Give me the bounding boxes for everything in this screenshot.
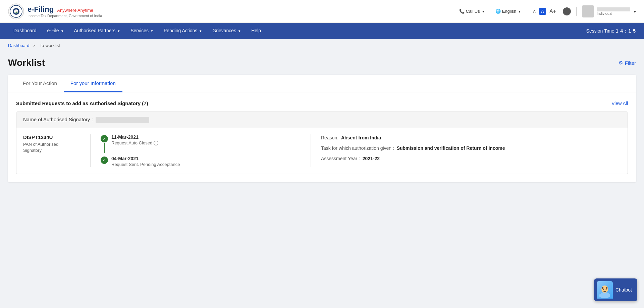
logo-tagline: Anywhere Anytime [57, 8, 93, 13]
signatory-header-label: Name of Authorised Signatory : [23, 117, 93, 122]
nav-item-efile[interactable]: e-File [42, 23, 69, 39]
language-chevron [518, 9, 521, 14]
filter-icon: ⚙ [619, 60, 623, 66]
font-medium-button[interactable]: A [539, 8, 546, 15]
breadcrumb-current: fo-worklist [40, 43, 60, 48]
timeline-status-text-2: Request Sent. Pending Acceptance [111, 162, 180, 167]
signatory-body: DISPT1234U PAN of Authorised Signatory ✓ [16, 128, 628, 174]
task-label: Task for which authorization given : [321, 145, 394, 151]
view-all-link[interactable]: View All [611, 101, 628, 106]
nav-services-label: Services [130, 28, 149, 33]
signatory-pan-section: DISPT1234U PAN of Authorised Signatory [23, 134, 90, 167]
logo-efiling: e-Filing Anywhere Anytime [28, 5, 102, 14]
divider-1 [490, 7, 490, 16]
signatory-card: Name of Authorised Signatory : DISPT1234… [16, 112, 628, 174]
call-us-chevron [481, 9, 484, 14]
timeline-connector-1 [104, 143, 105, 153]
header: 🇮🇳 e-Filing Anywhere Anytime Income Tax … [0, 0, 644, 23]
timeline-content-1: 11-Mar-2021 Request Auto Closed i [111, 134, 158, 145]
page-header: Worklist ⚙ Filter [8, 57, 636, 68]
font-small-button[interactable]: A [532, 9, 537, 14]
ay-value: 2021-22 [363, 156, 380, 161]
breadcrumb: Dashboard > fo-worklist [0, 39, 644, 52]
phone-icon: 📞 [459, 9, 465, 14]
nav-grievances-chevron [237, 28, 240, 33]
filter-label: Filter [625, 60, 636, 66]
call-us-label: Call Us [466, 9, 480, 14]
timeline-date-2: 04-Mar-2021 [111, 156, 180, 161]
logo-area: 🇮🇳 e-Filing Anywhere Anytime Income Tax … [8, 3, 102, 19]
task-value: Submission and verification of Return of… [397, 145, 505, 151]
session-time: Session Time 1 4 : 1 5 [586, 28, 636, 34]
tabs: For Your Action For your Information [8, 75, 636, 92]
language-label: English [502, 9, 517, 14]
font-controls: A A A+ [532, 8, 557, 15]
reason-label: Reason: [321, 135, 338, 140]
signatory-timeline: ✓ 11-Mar-2021 Request Auto Closed i [90, 134, 311, 167]
tab-content: Submitted Requests to add as Authorised … [8, 92, 636, 182]
tab-your-action-label: For Your Action [23, 80, 57, 86]
main-content: Worklist ⚙ Filter For Your Action For yo… [0, 52, 644, 195]
language-button[interactable]: 🌐 English [495, 9, 521, 14]
contrast-button[interactable] [563, 7, 571, 15]
info-icon-1[interactable]: i [154, 141, 158, 145]
timeline-check-icon-1: ✓ [101, 135, 108, 142]
tab-for-your-action[interactable]: For Your Action [16, 75, 64, 92]
divider-2 [526, 7, 526, 16]
nav-item-authorised-partners[interactable]: Authorised Partners [69, 23, 125, 39]
svg-text:🇮🇳: 🇮🇳 [15, 10, 18, 13]
reason-value: Absent from India [341, 135, 381, 140]
breadcrumb-home[interactable]: Dashboard [8, 43, 30, 48]
emblem-icon: 🇮🇳 [8, 3, 24, 19]
detail-reason: Reason: Absent from India [321, 134, 621, 141]
tab-your-info-label: For your Information [70, 80, 116, 86]
session-digits: 1 4 : 1 5 [616, 28, 636, 34]
session-label: Session Time [586, 28, 614, 34]
nav-efile-chevron [60, 28, 63, 33]
user-avatar [582, 5, 594, 17]
header-right: 📞 Call Us 🌐 English A A A+ Individual [459, 5, 636, 17]
section-title: Submitted Requests to add as Authorised … [16, 100, 148, 106]
timeline-date-1: 11-Mar-2021 [111, 134, 158, 140]
worklist-card: For Your Action For your Information Sub… [8, 75, 636, 182]
user-area[interactable]: Individual [582, 5, 636, 17]
timeline-item-1: ✓ 11-Mar-2021 Request Auto Closed i [101, 134, 301, 153]
nav-item-help[interactable]: Help [246, 23, 266, 39]
user-name [597, 7, 630, 11]
tab-for-your-information[interactable]: For your Information [64, 75, 122, 92]
call-us-button[interactable]: 📞 Call Us [459, 9, 484, 14]
nav-dashboard-label: Dashboard [13, 28, 37, 33]
detail-task: Task for which authorization given : Sub… [321, 145, 621, 152]
timeline-icon-wrap-1: ✓ [101, 134, 108, 153]
timeline-status-text-1: Request Auto Closed [111, 140, 152, 145]
nav-efile-label: e-File [47, 28, 59, 33]
timeline-check-icon-2: ✓ [101, 157, 108, 164]
nav-item-grievances[interactable]: Grievances [207, 23, 246, 39]
nav-item-services[interactable]: Services [125, 23, 158, 39]
signatory-details: Reason: Absent from India Task for which… [311, 134, 621, 167]
user-info: Individual [597, 7, 630, 15]
user-type: Individual [597, 11, 630, 15]
font-large-button[interactable]: A+ [548, 8, 557, 15]
section-header: Submitted Requests to add as Authorised … [16, 100, 628, 106]
logo-sub: Income Tax Department, Government of Ind… [28, 14, 102, 18]
timeline-icon-wrap-2: ✓ [101, 156, 108, 164]
nav-pending-chevron [199, 28, 202, 33]
globe-icon: 🌐 [495, 9, 501, 14]
filter-button[interactable]: ⚙ Filter [619, 60, 636, 66]
pan-label: PAN of Authorised Signatory [23, 141, 90, 153]
breadcrumb-separator: > [33, 43, 35, 48]
timeline-item-2: ✓ 04-Mar-2021 Request Sent. Pending Acce… [101, 156, 301, 167]
nav-services-chevron [150, 28, 153, 33]
logo-text: e-Filing Anywhere Anytime Income Tax Dep… [28, 5, 102, 18]
nav-item-dashboard[interactable]: Dashboard [8, 23, 42, 39]
ay-label: Assessment Year : [321, 156, 360, 161]
timeline-status-2: Request Sent. Pending Acceptance [111, 162, 180, 167]
main-nav: Dashboard e-File Authorised Partners Ser… [0, 23, 644, 39]
signatory-name-placeholder [96, 117, 149, 123]
user-menu-chevron [633, 9, 636, 14]
divider-3 [576, 7, 577, 16]
nav-item-pending-actions[interactable]: Pending Actions [158, 23, 207, 39]
detail-ay: Assessment Year : 2021-22 [321, 155, 621, 162]
nav-help-label: Help [251, 28, 261, 33]
